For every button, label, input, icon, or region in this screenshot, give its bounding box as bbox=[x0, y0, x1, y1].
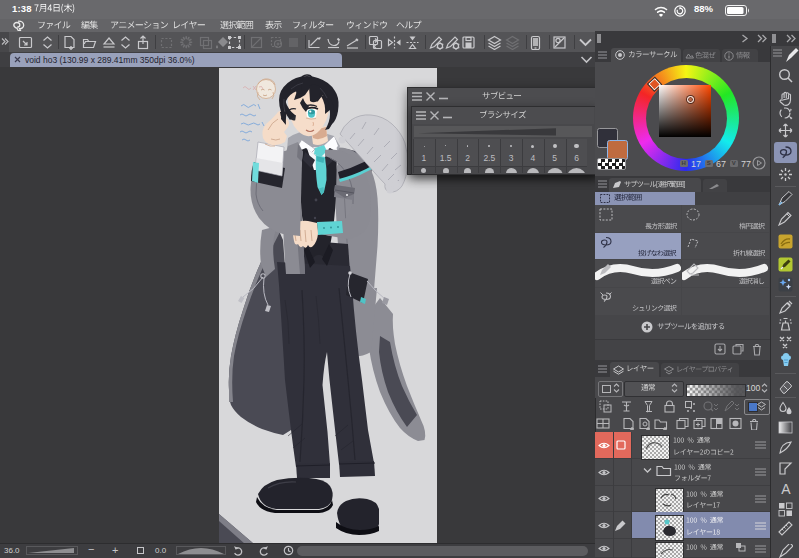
svg-text:A: A bbox=[781, 481, 791, 497]
